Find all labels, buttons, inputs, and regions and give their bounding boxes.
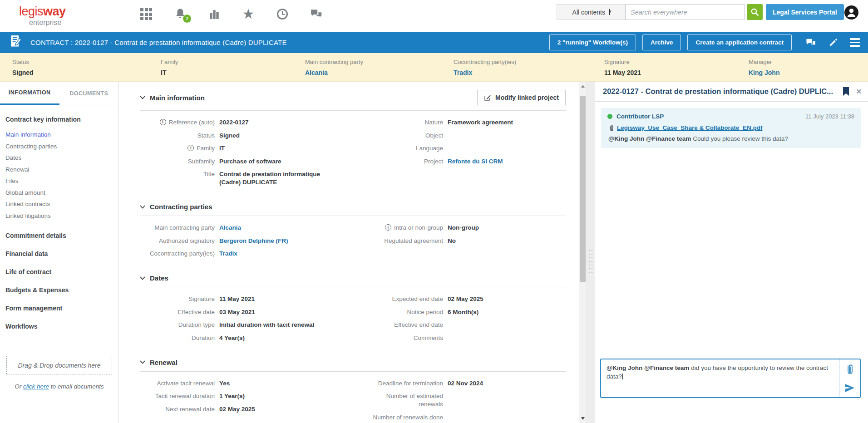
field-effective-end-date: Effective end date bbox=[362, 321, 566, 329]
field-family: iFamilyIT bbox=[140, 144, 343, 152]
section-contracting-parties-header[interactable]: Contracting parties bbox=[140, 203, 212, 211]
manager-link[interactable]: King John bbox=[749, 69, 779, 76]
contract-title-bar: CONTRACT : 2022-0127 - Contrat de presta… bbox=[0, 32, 868, 53]
archive-button[interactable]: Archive bbox=[642, 34, 681, 50]
field-signature: Signature11 May 2021 bbox=[140, 295, 343, 303]
section-dates: Dates Signature11 May 2021 Effective dat… bbox=[140, 274, 566, 342]
collaboration-panel: 2022-0127 - Contrat de prestation inform… bbox=[595, 82, 868, 423]
email-documents-link[interactable]: click here bbox=[23, 383, 49, 390]
main-scrollbar[interactable] bbox=[579, 82, 586, 423]
composer-input[interactable]: @King John @Finance teamdid you have the… bbox=[601, 359, 839, 397]
menu-hamburger-icon[interactable] bbox=[850, 38, 860, 47]
running-workflows-button[interactable]: 2 "running" Workflow(s) bbox=[549, 34, 636, 50]
sidebar-item-global-amount[interactable]: Global amount bbox=[5, 187, 113, 199]
search-input[interactable] bbox=[626, 4, 745, 20]
summary-family: FamilyIT bbox=[161, 59, 178, 77]
close-icon[interactable]: ✕ bbox=[856, 88, 862, 96]
sidebar-item-linked-contracts[interactable]: Linked contracts bbox=[5, 198, 113, 210]
section-renewal: Renewal Activate tacit renewalYes Tacit … bbox=[140, 359, 566, 422]
sidebar-nav: Contract key information Main informatio… bbox=[0, 105, 118, 330]
attachment-link[interactable]: Legisway_Use_Case_Share & Collaborate_EN… bbox=[617, 124, 762, 131]
sidebar-group-form-management[interactable]: Form management bbox=[5, 304, 113, 312]
sidebar-group-commitment-details[interactable]: Commitment details bbox=[5, 231, 113, 240]
panel-splitter[interactable] bbox=[586, 82, 595, 423]
tab-information[interactable]: INFORMATION bbox=[0, 82, 59, 105]
field-effective-date: Effective date03 May 2021 bbox=[140, 308, 343, 316]
search-scope-select[interactable]: All contents ▾ bbox=[557, 4, 626, 20]
field-number-renewals-done: Number of renewals done bbox=[362, 413, 566, 422]
scroll-down-arrow[interactable] bbox=[581, 417, 585, 420]
comments-chat-icon[interactable] bbox=[805, 38, 817, 48]
alcania-link[interactable]: Alcania bbox=[219, 224, 241, 232]
info-icon[interactable]: i bbox=[160, 119, 166, 125]
apps-grid-icon[interactable] bbox=[138, 6, 154, 22]
search-button[interactable] bbox=[747, 4, 763, 20]
reports-chart-icon[interactable] bbox=[207, 6, 222, 22]
contract-title: CONTRACT : 2022-0127 - Contrat de presta… bbox=[30, 39, 287, 46]
sidebar-group-budgets-expenses[interactable]: Budgets & Expenses bbox=[5, 286, 113, 294]
section-main-information-header[interactable]: Main information bbox=[140, 94, 205, 102]
send-message-icon[interactable] bbox=[845, 384, 855, 393]
edit-square-icon bbox=[484, 94, 491, 101]
online-status-dot bbox=[607, 114, 612, 119]
field-status: StatusSigned bbox=[140, 132, 343, 140]
project-link[interactable]: Refonte du SI CRM bbox=[448, 157, 503, 166]
field-cocontracting-party: Cocontracting party(ies)Tradix bbox=[140, 250, 343, 258]
bookmark-icon[interactable] bbox=[843, 87, 849, 96]
comment-message: @King John @Finance teamCould you please… bbox=[608, 135, 854, 142]
create-application-contract-button[interactable]: Create an application contract bbox=[687, 34, 792, 50]
sidebar-item-main-information[interactable]: Main information bbox=[5, 129, 113, 141]
chevron-down-icon bbox=[140, 276, 145, 280]
field-expected-end-date: Expected end date02 May 2025 bbox=[362, 295, 566, 303]
search-scope-value: All contents bbox=[572, 9, 605, 16]
paperclip-icon bbox=[608, 124, 615, 131]
field-nature: NatureFramework agreement bbox=[362, 118, 566, 127]
section-contracting-parties: Contracting parties Main contracting par… bbox=[140, 203, 566, 258]
scroll-up-arrow[interactable] bbox=[581, 85, 585, 88]
section-main-information: Main information Modify linked project i… bbox=[140, 90, 566, 187]
signatory-link[interactable]: Bergeron Delphine (FR) bbox=[219, 237, 288, 245]
summary-cocontracting-party: Cocontracting party(ies)Tradix bbox=[454, 59, 516, 77]
history-clock-icon[interactable] bbox=[275, 6, 290, 22]
legal-services-portal-button[interactable]: Legal Services Portal bbox=[766, 4, 844, 20]
sidebar-group-workflows[interactable]: Workflows bbox=[5, 322, 113, 330]
sidebar-item-dates[interactable]: Dates bbox=[5, 152, 113, 164]
tradix-link[interactable]: Tradix bbox=[219, 250, 237, 258]
field-authorized-signatory: Authorized signatoryBergeron Delphine (F… bbox=[140, 237, 343, 245]
sidebar-group-contract-key-information[interactable]: Contract key information bbox=[5, 115, 113, 123]
section-renewal-header[interactable]: Renewal bbox=[140, 359, 178, 366]
logo-text-way: way bbox=[43, 5, 66, 18]
field-language: Language bbox=[362, 144, 566, 152]
sidebar-item-contracting-parties[interactable]: Contracting parties bbox=[5, 141, 113, 152]
splitter-drag-handle-icon[interactable] bbox=[588, 249, 593, 275]
info-icon[interactable]: i bbox=[385, 224, 391, 231]
sidebar-item-files[interactable]: Files bbox=[5, 175, 113, 187]
chevron-down-icon bbox=[140, 96, 145, 99]
drag-drop-dropzone[interactable]: Drag & Drop documents here bbox=[6, 356, 112, 374]
sidebar-group-financial-data[interactable]: Financial data bbox=[5, 250, 113, 258]
modify-linked-project-button[interactable]: Modify linked project bbox=[477, 90, 566, 105]
field-deadline-for-termination: Deadline for termination02 Nov 2024 bbox=[362, 379, 566, 388]
composer-mentions: @King John @Finance team bbox=[607, 364, 689, 371]
sidebar-item-renewal[interactable]: Renewal bbox=[5, 164, 113, 176]
scrollbar-thumb[interactable] bbox=[580, 96, 586, 282]
sidebar-item-linked-litigations[interactable]: Linked litigations bbox=[5, 210, 113, 222]
tab-documents[interactable]: DOCUMENTS bbox=[59, 82, 119, 105]
comment-composer[interactable]: @King John @Finance teamdid you have the… bbox=[600, 359, 861, 398]
tradix-link[interactable]: Tradix bbox=[454, 69, 472, 76]
edit-pencil-icon[interactable] bbox=[829, 38, 838, 47]
summary-signature: Signature11 May 2021 bbox=[604, 59, 641, 77]
top-header: legisway enterprise 7 ★ All contents ▾ L… bbox=[0, 0, 868, 32]
notifications-bell-icon[interactable]: 7 bbox=[173, 6, 188, 22]
attach-file-icon[interactable] bbox=[845, 364, 855, 374]
field-comments: Comments bbox=[362, 334, 566, 342]
alcania-link[interactable]: Alcania bbox=[305, 69, 328, 76]
panel-title: 2022-0127 - Contrat de prestation inform… bbox=[603, 87, 837, 96]
favorites-star-icon[interactable]: ★ bbox=[241, 6, 256, 22]
user-avatar[interactable] bbox=[844, 5, 858, 20]
messages-chat-icon[interactable] bbox=[309, 6, 324, 22]
email-documents-line: Or click here to email documents bbox=[6, 383, 112, 390]
section-dates-header[interactable]: Dates bbox=[140, 274, 168, 282]
info-icon[interactable]: i bbox=[187, 145, 194, 151]
sidebar-group-life-of-contract[interactable]: Life of contract bbox=[5, 268, 113, 276]
